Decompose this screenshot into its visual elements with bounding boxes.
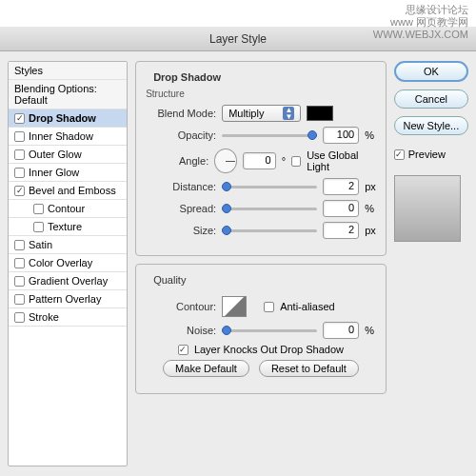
ok-button[interactable]: OK (394, 61, 468, 82)
checkbox-icon[interactable] (14, 168, 25, 178)
checkbox-icon[interactable] (14, 131, 25, 142)
sidebar-item-outer-glow[interactable]: Outer Glow (9, 146, 127, 164)
size-label: Size: (146, 225, 216, 236)
sidebar-item-texture[interactable]: Texture (9, 218, 127, 236)
noise-label: Noise: (146, 325, 216, 336)
quality-title: Quality (149, 274, 189, 286)
structure-subtitle: Structure (146, 89, 376, 99)
distance-label: Distance: (146, 181, 216, 192)
checkbox-icon[interactable] (33, 222, 44, 232)
distance-slider[interactable] (222, 180, 317, 193)
spread-label: Spread: (146, 203, 216, 214)
angle-dial[interactable] (214, 149, 236, 173)
opacity-label: Opacity: (146, 129, 216, 141)
knockout-label: Layer Knocks Out Drop Shadow (194, 344, 344, 355)
spread-slider[interactable] (222, 202, 317, 215)
quality-group: Quality Contour: Anti-aliased Noise: 0 %… (135, 264, 387, 394)
make-default-button[interactable]: Make Default (163, 360, 249, 377)
reset-default-button[interactable]: Reset to Default (259, 360, 359, 377)
sidebar-header-styles[interactable]: Styles (9, 62, 127, 80)
distance-input[interactable]: 2 (323, 178, 359, 195)
noise-input[interactable]: 0 (323, 322, 359, 339)
unit: % (365, 203, 374, 214)
checkbox-icon[interactable] (14, 312, 25, 323)
dialog-body: Styles Blending Options: Default Drop Sh… (0, 51, 476, 476)
unit: ° (282, 155, 286, 167)
angle-label: Angle: (146, 155, 208, 167)
unit: px (365, 181, 376, 192)
checkbox-icon[interactable] (14, 258, 25, 268)
unit: % (365, 129, 374, 141)
sidebar-item-drop-shadow[interactable]: Drop Shadow (9, 109, 127, 128)
size-input[interactable]: 2 (323, 222, 359, 239)
select-arrows-icon: ▲▼ (283, 107, 294, 120)
style-list: Styles Blending Options: Default Drop Sh… (8, 61, 128, 466)
blend-mode-label: Blend Mode: (146, 108, 216, 119)
blend-mode-select[interactable]: Multiply ▲▼ (222, 105, 301, 122)
knockout-checkbox[interactable] (178, 345, 188, 355)
global-light-label: Use Global Light (307, 149, 376, 172)
unit: % (365, 325, 374, 336)
preview-label: Preview (408, 149, 446, 160)
sidebar-item-satin[interactable]: Satin (9, 236, 127, 254)
sidebar-item-stroke[interactable]: Stroke (9, 308, 127, 327)
antialiased-label: Anti-aliased (280, 301, 334, 312)
color-swatch[interactable] (307, 106, 333, 121)
right-column: OK Cancel New Style... Preview (394, 61, 468, 466)
preview-swatch (394, 175, 461, 242)
sidebar-item-color-overlay[interactable]: Color Overlay (9, 254, 127, 272)
sidebar-header-blending[interactable]: Blending Options: Default (9, 80, 127, 109)
new-style-button[interactable]: New Style... (394, 116, 468, 135)
checkbox-icon[interactable] (14, 240, 25, 250)
sidebar-item-gradient-overlay[interactable]: Gradient Overlay (9, 272, 127, 290)
checkbox-icon[interactable] (14, 113, 25, 124)
contour-label: Contour: (146, 301, 216, 312)
sidebar-item-pattern-overlay[interactable]: Pattern Overlay (9, 290, 127, 308)
contour-picker[interactable] (222, 296, 247, 317)
checkbox-icon[interactable] (33, 204, 44, 214)
sidebar-item-bevel-emboss[interactable]: Bevel and Emboss (9, 182, 127, 200)
cancel-button[interactable]: Cancel (394, 89, 468, 109)
antialiased-checkbox[interactable] (264, 302, 274, 312)
checkbox-icon[interactable] (14, 276, 25, 287)
checkbox-icon[interactable] (14, 294, 25, 305)
noise-slider[interactable] (222, 324, 317, 337)
sidebar-item-contour[interactable]: Contour (9, 200, 127, 218)
unit: px (365, 225, 376, 236)
sidebar-item-inner-glow[interactable]: Inner Glow (9, 164, 127, 182)
checkbox-icon[interactable] (14, 186, 25, 196)
global-light-checkbox[interactable] (291, 156, 301, 167)
angle-input[interactable]: 0 (243, 152, 276, 169)
preview-checkbox[interactable] (394, 149, 405, 160)
opacity-input[interactable]: 100 (323, 127, 359, 144)
spread-input[interactable]: 0 (323, 200, 359, 217)
settings-panel: Drop Shadow Structure Blend Mode: Multip… (135, 61, 387, 466)
drop-shadow-group: Drop Shadow Structure Blend Mode: Multip… (135, 61, 387, 256)
group-title: Drop Shadow (149, 71, 225, 83)
checkbox-icon[interactable] (14, 149, 25, 160)
size-slider[interactable] (222, 224, 317, 237)
sidebar-item-inner-shadow[interactable]: Inner Shadow (9, 128, 127, 146)
opacity-slider[interactable] (222, 129, 317, 142)
watermark: 思缘设计论坛 www 网页教学网 WWW.WEBJX.COM (373, 4, 468, 42)
